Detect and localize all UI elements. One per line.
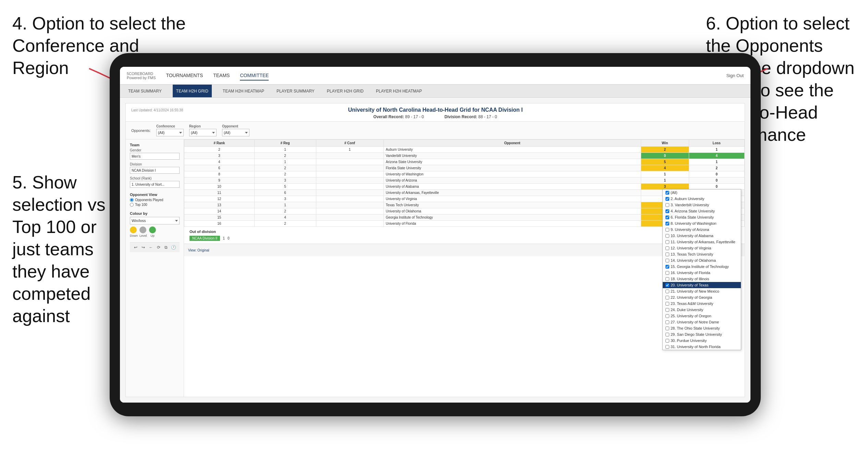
undo-btn[interactable]: ↩	[133, 244, 139, 251]
dropdown-item-label: 24. Duke University	[671, 308, 703, 312]
dropdown-checkbox[interactable]	[665, 277, 669, 281]
subnav-team-h2h-heatmap[interactable]: TEAM H2H HEATMAP	[221, 85, 266, 97]
nav-bar: 5COREBOARD Powered by FMS TOURNAMENTS TE…	[120, 67, 750, 85]
nav-signout[interactable]: Sign Out	[726, 73, 744, 78]
dropdown-checkbox[interactable]	[665, 259, 669, 262]
radio-top100[interactable]: Top 100	[130, 203, 180, 207]
opponent-select[interactable]: (All)	[222, 129, 249, 136]
subnav-team-h2h-grid[interactable]: TEAM H2H GRID	[173, 85, 212, 97]
dropdown-item-label: 12. University of Virginia	[671, 246, 711, 250]
dropdown-checkbox[interactable]	[665, 327, 669, 330]
cell-rank: 12	[184, 196, 255, 202]
cell-rank: 2	[184, 147, 255, 153]
nav-teams[interactable]: TEAMS	[213, 71, 230, 81]
colour-dots	[130, 226, 180, 233]
dropdown-checkbox[interactable]	[665, 234, 669, 238]
conference-select[interactable]: (All)	[156, 129, 184, 136]
dropdown-item[interactable]: 9. University of Arizona	[663, 226, 741, 233]
dropdown-item[interactable]: 2. Auburn University	[663, 196, 741, 202]
division-select[interactable]: NCAA Division I	[130, 167, 180, 174]
clock-btn[interactable]: 🕐	[171, 244, 177, 251]
dropdown-item[interactable]: 6. Florida State University	[663, 214, 741, 220]
table-row: 13 1 Texas Tech University 3 0	[184, 202, 745, 208]
dropdown-item[interactable]: 21. University of New Mexico	[663, 288, 741, 294]
card-header: Last Updated: 4/11/2024 16:55:38 Univers…	[126, 103, 745, 122]
dropdown-item[interactable]: 29. San Diego State University	[663, 331, 741, 337]
dropdown-item[interactable]: 14. University of Oklahoma	[663, 257, 741, 263]
gender-select[interactable]: Men's	[130, 153, 180, 160]
dropdown-checkbox[interactable]	[665, 314, 669, 318]
dropdown-item[interactable]: 16. University of Florida	[663, 270, 741, 276]
dropdown-checkbox[interactable]	[665, 345, 669, 349]
label-up: Up	[149, 234, 156, 237]
dropdown-checkbox[interactable]	[665, 333, 669, 336]
dropdown-item-label: 28. The Ohio State University	[671, 326, 720, 330]
dropdown-checkbox[interactable]	[665, 320, 669, 324]
dropdown-checkbox[interactable]	[665, 209, 669, 213]
dropdown-checkbox[interactable]	[665, 246, 669, 250]
dropdown-item[interactable]: 10. University of Alabama	[663, 233, 741, 239]
subnav-player-h2h-heatmap[interactable]: PLAYER H2H HEATMAP	[375, 85, 423, 97]
dropdown-item[interactable]: 11. University of Arkansas, Fayetteville	[663, 239, 741, 245]
subnav-player-summary[interactable]: PLAYER SUMMARY	[275, 85, 316, 97]
dropdown-checkbox[interactable]	[665, 271, 669, 275]
dropdown-checkbox[interactable]	[665, 339, 669, 343]
dropdown-checkbox[interactable]	[665, 197, 669, 201]
nav-tournaments[interactable]: TOURNAMENTS	[166, 71, 203, 81]
cell-opponent: University of Washington	[383, 171, 641, 177]
dropdown-item[interactable]: 23. Texas A&M University	[663, 300, 741, 307]
nav-committee[interactable]: COMMITTEE	[240, 71, 269, 81]
school-select[interactable]: 1. University of Nort...	[130, 181, 180, 188]
dropdown-checkbox[interactable]	[665, 253, 669, 256]
division-record: Division Record: 88 - 17 - 0	[444, 114, 497, 119]
cell-conf	[316, 221, 383, 227]
table-row: 8 2 University of Washington 1 0	[184, 171, 745, 177]
colour-select[interactable]: Win/loss	[130, 217, 180, 224]
dropdown-checkbox[interactable]	[665, 203, 669, 207]
dropdown-item[interactable]: 20. University of Texas	[663, 282, 741, 288]
redo-btn[interactable]: ↪	[140, 244, 146, 251]
table-row: 2 1 1 Auburn University 2 1	[184, 147, 745, 153]
dropdown-item[interactable]: 24. Duke University	[663, 307, 741, 313]
dropdown-item[interactable]: 8. University of Washington	[663, 220, 741, 226]
dropdown-checkbox[interactable]	[665, 191, 669, 195]
annotation-3: 5. Show selection vs Top 100 or just tea…	[12, 171, 119, 327]
cell-conf	[316, 196, 383, 202]
dropdown-checkbox[interactable]	[665, 302, 669, 306]
subnav-team-summary[interactable]: TEAM SUMMARY	[127, 85, 163, 97]
dropdown-item[interactable]: 4. Arizona State University	[663, 208, 741, 214]
dropdown-checkbox[interactable]	[665, 222, 669, 225]
table-row: 10 5 University of Alabama 3 0	[184, 184, 745, 190]
copy-btn[interactable]: ⧉	[163, 244, 169, 251]
dropdown-item[interactable]: 18. University of Illinois	[663, 276, 741, 282]
region-select[interactable]: (All)	[189, 129, 217, 136]
division-label: Division	[130, 162, 180, 166]
dropdown-item[interactable]: 31. University of North Florida	[663, 344, 741, 350]
dropdown-checkbox[interactable]	[665, 283, 669, 287]
dropdown-item[interactable]: 27. University of Notre Dame	[663, 319, 741, 325]
back-btn[interactable]: ←	[148, 244, 154, 251]
radio-opponents-played[interactable]: Opponents Played	[130, 198, 180, 202]
dropdown-item[interactable]: (All)	[663, 189, 741, 196]
dropdown-item[interactable]: 12. University of Virginia	[663, 245, 741, 251]
dropdown-item[interactable]: 25. University of Oregon	[663, 313, 741, 319]
cell-reg: 2	[254, 208, 316, 214]
refresh-btn[interactable]: ⟳	[156, 244, 162, 251]
dropdown-item[interactable]: 15. Georgia Institute of Technology	[663, 263, 741, 270]
dropdown-item-label: 13. Texas Tech University	[671, 252, 713, 256]
dropdown-item[interactable]: 28. The Ohio State University	[663, 325, 741, 331]
dropdown-checkbox[interactable]	[665, 308, 669, 312]
cell-win: 1	[641, 177, 689, 184]
subnav-player-h2h-grid[interactable]: PLAYER H2H GRID	[326, 85, 365, 97]
dropdown-item[interactable]: 30. Purdue University	[663, 337, 741, 344]
dropdown-checkbox[interactable]	[665, 290, 669, 293]
dropdown-checkbox[interactable]	[665, 216, 669, 219]
dropdown-checkbox[interactable]	[665, 240, 669, 244]
dropdown-checkbox[interactable]	[665, 228, 669, 232]
dropdown-item[interactable]: 22. University of Georgia	[663, 294, 741, 300]
dropdown-item[interactable]: 13. Texas Tech University	[663, 251, 741, 257]
dropdown-item-label: 11. University of Arkansas, Fayetteville	[671, 240, 735, 244]
dropdown-checkbox[interactable]	[665, 296, 669, 299]
dropdown-item[interactable]: 3. Vanderbilt University	[663, 202, 741, 208]
dropdown-checkbox[interactable]	[665, 265, 669, 269]
